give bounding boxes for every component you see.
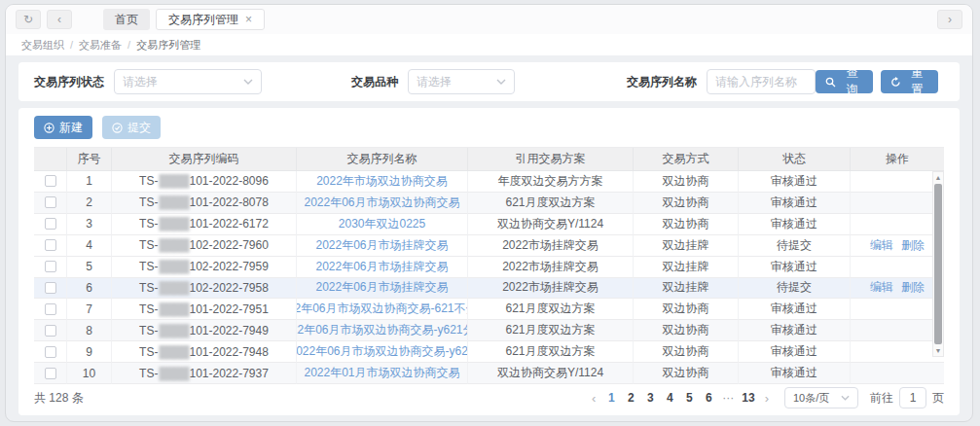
page-number[interactable]: 5 (681, 391, 697, 405)
row-checkbox[interactable] (45, 239, 56, 251)
breadcrumb-item: 交易序列管理 (136, 38, 200, 53)
goto-page-input[interactable] (899, 387, 926, 408)
code-prefix: TS- (139, 260, 158, 273)
row-index: 2 (67, 193, 112, 214)
header-index: 序号 (67, 148, 112, 171)
table-row: 1 TS-████101-2022-8096 2022年市场双边协商交易 年度双… (34, 171, 944, 193)
table-body: 1 TS-████101-2022-8096 2022年市场双边协商交易 年度双… (34, 171, 944, 384)
sequence-name-link[interactable]: 2022年06月市场挂牌交易 (315, 279, 448, 296)
page-number[interactable]: 4 (662, 391, 677, 405)
scroll-up-icon[interactable]: ▲ (935, 172, 942, 183)
variety-select-placeholder: 请选择 (417, 74, 452, 90)
trade-mode: 双边协商 (634, 193, 739, 214)
name-cell: 2022年06月市场双边协商交易-y621 (297, 341, 468, 363)
sequence-name-link[interactable]: 2022年06月市场挂牌交易 (315, 259, 448, 275)
row-checkbox[interactable] (45, 282, 56, 294)
breadcrumb-separator: / (70, 39, 73, 51)
code-redacted: ████ (159, 174, 188, 188)
row-index: 1 (67, 171, 112, 193)
row-checkbox[interactable] (45, 325, 56, 337)
submit-button-label: 提交 (127, 120, 151, 136)
prev-page-icon[interactable]: ‹ (588, 391, 599, 406)
reset-button[interactable]: 重置 (881, 70, 938, 93)
sequence-name-link[interactable]: 2022年06月市场挂牌交易 (315, 237, 448, 254)
trade-mode: 双边协商 (634, 341, 739, 363)
refresh-icon[interactable]: ↻ (16, 10, 41, 29)
tab-scroll-right-icon[interactable]: › (937, 10, 962, 29)
tab-sequence-management[interactable]: 交易序列管理 × (156, 9, 265, 30)
sequence-name-link[interactable]: 2022年06月市场双边协商交易-y621 (297, 343, 468, 360)
search-button[interactable]: 查询 (816, 70, 873, 93)
row-actions (851, 299, 944, 320)
plus-icon (44, 123, 54, 133)
sequence-name-link[interactable]: 2022年06月市场双边协商交易 (304, 195, 459, 211)
referenced-plan: 621月度双边方案 (468, 341, 634, 363)
row-index: 7 (67, 299, 112, 320)
close-icon[interactable]: × (245, 13, 252, 26)
sequence-code: TS-████101-2022-7951 (112, 299, 297, 320)
variety-select[interactable]: 请选择 (408, 69, 515, 94)
scroll-down-icon[interactable]: ▼ (935, 345, 942, 356)
table-panel: 新建 提交 序号 交易序列编码 交易序列名称 引用交易方案 交易方式 (18, 108, 960, 415)
sequence-name-link[interactable]: 2030年双边0225 (339, 216, 425, 232)
delete-link[interactable]: 删除 (901, 237, 925, 254)
table-row: 7 TS-████101-2022-7951 2022年06月市场双边协商交易-… (34, 299, 944, 320)
checkbox-cell (34, 320, 67, 341)
row-checkbox[interactable] (45, 346, 56, 358)
code-redacted: ████ (159, 345, 188, 359)
sequence-code: TS-████101-2022-8096 (112, 171, 297, 193)
edit-link[interactable]: 编辑 (870, 279, 893, 296)
status-text: 审核通过 (739, 257, 851, 278)
breadcrumb-separator: / (127, 39, 130, 51)
sequence-name-link[interactable]: 2022年06月市场双边协商交易-y621分月 (297, 322, 468, 338)
delete-link[interactable]: 删除 (901, 279, 925, 296)
status-select-placeholder: 请选择 (123, 74, 158, 90)
variety-filter-label: 交易品种 (351, 74, 398, 90)
status-text: 待提交 (739, 278, 851, 300)
sequence-name-input-wrap (707, 69, 816, 94)
code-suffix: 102-2022-7960 (189, 238, 268, 252)
submit-button[interactable]: 提交 (102, 116, 161, 139)
edit-link[interactable]: 编辑 (870, 237, 893, 254)
page-number[interactable]: 3 (642, 391, 658, 405)
page-number[interactable]: 1 (603, 391, 619, 405)
status-select[interactable]: 请选择 (114, 69, 262, 94)
page-size-select[interactable]: 10条/页 (784, 387, 858, 408)
checkbox-cell (34, 363, 67, 384)
name-cell: 2022年06月市场挂牌交易 (297, 235, 468, 257)
sequence-name-link[interactable]: 2022年市场双边协商交易 (316, 173, 448, 190)
checkbox-cell (34, 235, 67, 257)
breadcrumb-item[interactable]: 交易准备 (79, 38, 122, 53)
row-checkbox[interactable] (45, 303, 56, 315)
row-checkbox[interactable] (45, 261, 56, 272)
row-checkbox[interactable] (45, 368, 56, 379)
sequence-name-link[interactable]: 2022年01月市场双边协商交易 (304, 365, 459, 381)
table-row: 2 TS-████101-2022-8078 2022年06月市场双边协商交易 … (34, 193, 944, 214)
row-checkbox[interactable] (45, 175, 56, 187)
row-index: 3 (67, 214, 112, 235)
row-index: 5 (67, 257, 112, 278)
scrollbar-thumb[interactable] (934, 184, 942, 344)
new-button[interactable]: 新建 (34, 116, 92, 139)
checkbox-cell (34, 341, 67, 363)
sequence-name-input[interactable] (715, 75, 807, 89)
tab-bar: ↻ ‹ 首页 交易序列管理 × › (6, 5, 972, 34)
page-number[interactable]: 13 (740, 391, 756, 405)
header-actions: 操作 (851, 148, 944, 171)
breadcrumb-item[interactable]: 交易组织 (21, 38, 64, 53)
sequence-name-link[interactable]: 2022年06月市场双边协商交易-621不分时 (297, 301, 468, 317)
reset-icon (890, 77, 901, 88)
row-index: 9 (67, 341, 112, 363)
table-scrollbar[interactable]: ▲ ▼ (932, 171, 944, 357)
next-page-icon[interactable]: › (761, 391, 773, 406)
tab-scroll-left-icon[interactable]: ‹ (47, 10, 72, 29)
page-number[interactable]: 6 (701, 391, 716, 405)
tab-home[interactable]: 首页 (103, 9, 150, 30)
row-actions (851, 171, 944, 193)
search-button-label: 查询 (841, 65, 863, 98)
row-checkbox[interactable] (45, 196, 56, 208)
status-text: 审核通过 (739, 363, 851, 384)
row-checkbox[interactable] (45, 218, 56, 230)
code-redacted: ████ (159, 260, 188, 273)
page-number[interactable]: 2 (623, 391, 638, 405)
